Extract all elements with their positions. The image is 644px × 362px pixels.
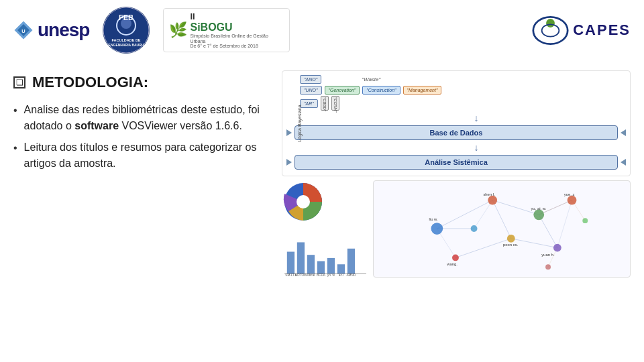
right-panel-inner: Lógica Bayesiana "ANO" "Waste" "UNO" "Ge… [282, 70, 631, 278]
logo-unesp: U unesp [13, 19, 89, 41]
base-dados-row: Base de Dados [286, 125, 626, 140]
sibogu-text: II SiBOGU Simpósio Brasileiro Online de … [190, 11, 284, 49]
bullet-text-2: Leitura dos títulos e resumos para categ… [24, 139, 268, 172]
capes-label: CAPES [573, 21, 631, 39]
bullet-text-1: Analise das redes bibliométricas deste e… [24, 102, 268, 134]
svg-rect-20 [347, 249, 355, 274]
logo-capes: CAPES [532, 12, 631, 49]
svg-rect-15 [297, 242, 305, 274]
header: U unesp FACULDADE DE ENGENHARIA BAURU FE… [0, 0, 644, 60]
svg-line-39 [557, 200, 572, 248]
sibogu-roman: II [190, 11, 284, 21]
sibogu-sub: Simpósio Brasileiro Online de Gestão Urb… [190, 34, 284, 44]
svg-point-44 [488, 196, 497, 205]
bullet-list: • Analise das redes bibliométricas deste… [13, 102, 268, 172]
main-content: ❑ METODOLOGIA: • Analise das redes bibli… [0, 60, 644, 362]
left-panel: ❑ METODOLOGIA: • Analise das redes bibli… [13, 67, 268, 362]
svg-text:wang.: wang. [446, 262, 458, 266]
svg-point-52 [545, 264, 551, 269]
svg-point-47 [553, 244, 561, 252]
svg-text:yn. w: yn. w [327, 274, 335, 277]
arrow-right-2-icon [286, 159, 292, 166]
svg-text:yuan h.: yuan h. [541, 253, 555, 257]
logo-feb: FACULDADE DE ENGENHARIA BAURU FEB [103, 7, 150, 54]
svg-rect-14 [287, 252, 294, 274]
unesp-label: unesp [38, 19, 89, 41]
bayesiana-label: Lógica Bayesiana [297, 105, 302, 141]
svg-line-38 [474, 200, 493, 229]
svg-line-29 [437, 200, 492, 229]
svg-point-10 [546, 19, 555, 27]
svg-text:shen l.: shen l. [483, 192, 495, 196]
cbbd-box: "CBBD" [321, 96, 329, 111]
arrow-down-2-icon: ↓ [327, 142, 626, 153]
logos-left: U unesp FACULDADE DE ENGENHARIA BAURU FE… [13, 7, 290, 54]
svg-point-48 [452, 254, 459, 261]
svg-text:yue. z: yue. z [564, 192, 575, 196]
waste-label: "Waste" [362, 76, 380, 82]
svg-point-49 [568, 196, 577, 205]
svg-text:FACULDADE DE: FACULDADE DE [112, 38, 141, 42]
bullet-dot-icon: • [13, 140, 17, 172]
svg-text:ac.i: ac.i [339, 274, 343, 277]
section-title: ❑ METODOLOGIA: [13, 74, 268, 91]
svg-text:poon cs.: poon cs. [503, 243, 519, 247]
svg-line-33 [539, 215, 557, 247]
ar-box: "AR" [300, 99, 318, 108]
arrow-down-icon: ↓ [327, 113, 626, 123]
capes-icon [532, 12, 569, 49]
logo-sibogu: 🌿 II SiBOGU Simpósio Brasileiro Online d… [163, 8, 290, 52]
svg-text:AMNO: AMNO [346, 274, 356, 277]
pie-chart [282, 180, 325, 224]
svg-line-35 [455, 239, 511, 258]
svg-point-43 [431, 223, 443, 235]
bottom-viz: SM-LT1 MDTOW Abcal BCDA yn. w ac.i AMNO [282, 180, 631, 278]
svg-rect-16 [307, 255, 315, 274]
unesp-diamond-icon: U [13, 20, 34, 40]
svg-rect-17 [317, 261, 325, 274]
arrow-left-2-icon [621, 159, 626, 166]
list-item: • Leitura dos títulos e resumos para cat… [13, 139, 268, 172]
section-heading: METODOLOGIA: [32, 74, 148, 91]
svg-text:BCDA: BCDA [317, 274, 326, 277]
svg-point-50 [471, 225, 478, 232]
bullet-dot-icon: • [13, 103, 17, 134]
svg-text:yu, ai. w.: yu, ai. w. [531, 206, 546, 210]
svg-point-46 [507, 235, 515, 243]
svg-rect-18 [327, 258, 335, 274]
left-viz: SM-LT1 MDTOW Abcal BCDA yn. w ac.i AMNO [282, 180, 369, 278]
svg-text:U: U [21, 28, 25, 34]
bar-chart: SM-LT1 MDTOW Abcal BCDA yn. w ac.i AMNO [282, 227, 369, 277]
right-panel: Lógica Bayesiana "ANO" "Waste" "UNO" "Ge… [282, 67, 631, 362]
svg-text:Abcal: Abcal [307, 274, 315, 277]
sibogu-dates: De 6° e 7° de Setembro de 2018 [190, 44, 284, 49]
uno-box: "UNO" [300, 86, 322, 95]
checkbox-check-icon: ❑ [16, 78, 23, 87]
analise-row: Análise Sistêmica [286, 155, 626, 170]
svg-text:ENGENHARIA BAURU: ENGENHARIA BAURU [109, 43, 144, 47]
genovation-box: "Genovation" [325, 86, 360, 95]
ccrm-box: "CCRM" [331, 96, 339, 111]
sibogu-leaf-icon: 🌿 [169, 21, 187, 39]
svg-point-45 [533, 209, 544, 220]
checkbox-icon: ❑ [13, 76, 25, 88]
svg-rect-19 [337, 264, 345, 274]
ano-box: "ANO" [300, 75, 321, 84]
svg-text:MDTOW: MDTOW [294, 274, 307, 277]
list-item: • Analise das redes bibliométricas deste… [13, 102, 268, 134]
svg-point-13 [297, 195, 310, 208]
analise-box: Análise Sistêmica [294, 155, 618, 170]
sibogu-brand: SiBOGU [190, 21, 284, 34]
arrow-left-icon [621, 129, 626, 136]
arrow-right-icon [286, 129, 292, 136]
svg-text:liu w.: liu w. [429, 217, 438, 221]
feb-icon: FACULDADE DE ENGENHARIA BAURU FEB [103, 7, 150, 54]
svg-line-32 [492, 200, 511, 239]
svg-point-51 [582, 218, 588, 223]
base-dados-box: Base de Dados [294, 125, 618, 140]
network-viz: liu w. shen l. yu, ai. w. poon cs. yuan … [373, 180, 631, 278]
construction-box: "Construction" [362, 86, 400, 95]
management-box: "Management" [403, 86, 442, 95]
svg-text:FEB: FEB [119, 13, 133, 21]
flow-diagram: Lógica Bayesiana "ANO" "Waste" "UNO" "Ge… [282, 70, 631, 176]
